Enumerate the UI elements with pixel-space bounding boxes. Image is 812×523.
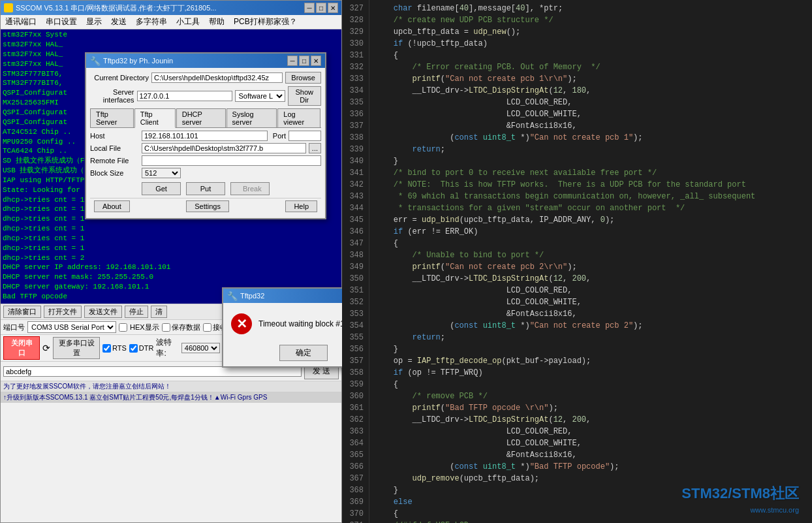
code-line: &FontAscii8x16,: [375, 308, 807, 320]
line-number: 334: [345, 85, 364, 97]
log-line: stm32F7xx HAL_: [3, 40, 339, 50]
tftpd-maximize-button[interactable]: □: [299, 55, 309, 66]
send-file-button[interactable]: 发送文件: [84, 306, 122, 318]
tftpd-icon: 🔧: [90, 56, 101, 66]
line-number: 345: [345, 214, 364, 226]
code-line: {: [375, 379, 807, 390]
tftpd-body: Current Directory Browse Server interfac…: [86, 68, 325, 218]
stop-button[interactable]: 停止: [125, 306, 148, 318]
rts-label: RTS: [102, 344, 127, 353]
log-line: DHCP server IP address: 192.168.101.101: [3, 262, 339, 272]
code-line: printf("Can not create pcb 1\r\n");: [375, 73, 807, 85]
line-number: 361: [345, 402, 364, 414]
menu-help[interactable]: 帮助: [207, 16, 226, 28]
refresh-icon[interactable]: ⟳: [42, 343, 50, 353]
break-button[interactable]: Break: [230, 182, 270, 195]
open-port-button[interactable]: 关闭串口: [3, 336, 40, 360]
line-number: 358: [345, 367, 364, 379]
tftpd-minimize-button[interactable]: ─: [287, 55, 298, 66]
line-number: 356: [345, 343, 364, 355]
show-dir-button[interactable]: Show Dir: [288, 86, 321, 106]
line-number: 359: [345, 379, 364, 390]
menu-pcb[interactable]: PCB打样那家强？: [232, 16, 299, 28]
about-button[interactable]: About: [94, 200, 130, 212]
sscom-title-bar: SSCOM V5.13.1 串口/网络数据调试器,作者:大虾丁丁,261805.…: [1, 1, 341, 15]
tab-syslog-server[interactable]: Syslog server: [226, 108, 277, 127]
line-number: 363: [345, 426, 364, 437]
menu-tools[interactable]: 小工具: [174, 16, 202, 28]
local-file-browse-button[interactable]: ...: [309, 143, 321, 153]
clear-next-button[interactable]: 清: [151, 306, 167, 318]
tab-dhcp-server[interactable]: DHCP server: [176, 108, 226, 127]
code-line: printf("Can not create pcb 2\r\n");: [375, 261, 807, 273]
menu-display[interactable]: 显示: [84, 16, 104, 28]
code-line: op = IAP_tftp_decode_op(pkt_buf->payload…: [375, 355, 807, 367]
save-data-checkbox[interactable]: [162, 323, 170, 332]
line-number: 337: [345, 120, 364, 132]
line-number: 333: [345, 73, 364, 85]
get-button[interactable]: Get: [142, 182, 181, 195]
rts-checkbox[interactable]: [102, 344, 111, 353]
code-line: {: [375, 238, 807, 249]
tab-tftp-client[interactable]: Tftp Client: [134, 108, 176, 128]
host-label: Host: [90, 132, 139, 140]
hex-display-checkbox[interactable]: [119, 323, 127, 332]
code-line: LCD_COLOR_WHITE,: [375, 108, 807, 120]
port-select[interactable]: COM3 USB Serial Port: [27, 321, 116, 333]
recv-data-checkbox[interactable]: [203, 323, 211, 332]
tab-log-viewer[interactable]: Log viewer: [277, 108, 320, 127]
dtr-label: DTR: [129, 344, 154, 353]
settings-button[interactable]: Settings: [186, 200, 229, 212]
remote-file-row: Remote File: [90, 155, 321, 166]
code-line: __LTDC_drv->LTDC_DispStringAt(12, 180,: [375, 85, 807, 97]
timeout-title-text: Tftpd32: [240, 292, 264, 300]
sscom-menu-bar: 通讯端口 串口设置 显示 发送 多字符串 小工具 帮助 PCB打样那家强？: [1, 15, 341, 29]
menu-comm-port[interactable]: 通讯端口: [3, 16, 39, 28]
port-input[interactable]: [289, 131, 321, 141]
line-number: 332: [345, 61, 364, 73]
timeout-message: Timeout waiting block #1: [258, 319, 345, 328]
code-editor: 3273283293303313323333343353363373383393…: [342, 0, 812, 523]
put-button[interactable]: Put: [186, 182, 225, 195]
code-line: __LTDC_drv->LTDC_DispStringAt(12, 200,: [375, 414, 807, 426]
error-icon: ✕: [231, 313, 252, 334]
menu-multistring[interactable]: 多字符串: [134, 16, 169, 28]
status-bar: 为了更好地发展SSCOM软件，请您注册嘉立创结后网站！: [1, 381, 341, 392]
maximize-button[interactable]: □: [316, 3, 326, 13]
remote-file-input[interactable]: [142, 155, 321, 166]
tab-tftp-server[interactable]: Tftp Server: [90, 108, 134, 127]
timeout-ok-button[interactable]: 确定: [279, 345, 328, 361]
menu-send[interactable]: 发送: [109, 16, 129, 28]
line-number: 342: [345, 179, 364, 191]
sscom-icon: [4, 3, 13, 12]
menu-port-settings[interactable]: 串口设置: [44, 16, 79, 28]
log-line: DHCP server net mask: 255.255.255.0: [3, 272, 339, 282]
line-number: 347: [345, 238, 364, 249]
line-number: 371: [345, 520, 364, 523]
log-line: dhcp->tries cnt = 2: [3, 253, 339, 263]
tftpd-close-button[interactable]: ✕: [311, 55, 321, 66]
multi-port-button[interactable]: 更多串口设置: [53, 337, 100, 359]
code-line: upcb_tftp_data = udp_new();: [375, 26, 807, 38]
block-size-select[interactable]: 512: [142, 168, 181, 178]
code-line: udp_remove(upcb_tftp_data);: [375, 473, 807, 484]
open-file-button[interactable]: 打开文件: [44, 306, 82, 318]
block-size-row: Block Size 512: [90, 168, 321, 178]
clear-window-button[interactable]: 清除窗口: [3, 306, 41, 318]
host-input[interactable]: [142, 131, 268, 141]
dtr-checkbox[interactable]: [129, 344, 138, 353]
baud-select[interactable]: 460800: [181, 343, 220, 353]
software-select[interactable]: Software L: [235, 90, 285, 102]
line-number: 330: [345, 38, 364, 50]
code-line: return;: [375, 144, 807, 155]
server-interfaces-input[interactable]: [137, 91, 232, 101]
stm32-brand-sub: www.stmcu.org: [750, 506, 799, 514]
browse-button[interactable]: Browse: [285, 72, 321, 84]
minimize-button[interactable]: ─: [304, 3, 315, 13]
status-text: 为了更好地发展SSCOM软件，请您注册嘉立创结后网站！: [3, 383, 171, 390]
server-interfaces-label: Server interfaces: [90, 88, 134, 104]
help-button[interactable]: Help: [285, 200, 317, 212]
local-file-input[interactable]: [142, 143, 306, 153]
close-button[interactable]: ✕: [328, 3, 338, 13]
current-dir-input[interactable]: [151, 72, 283, 83]
